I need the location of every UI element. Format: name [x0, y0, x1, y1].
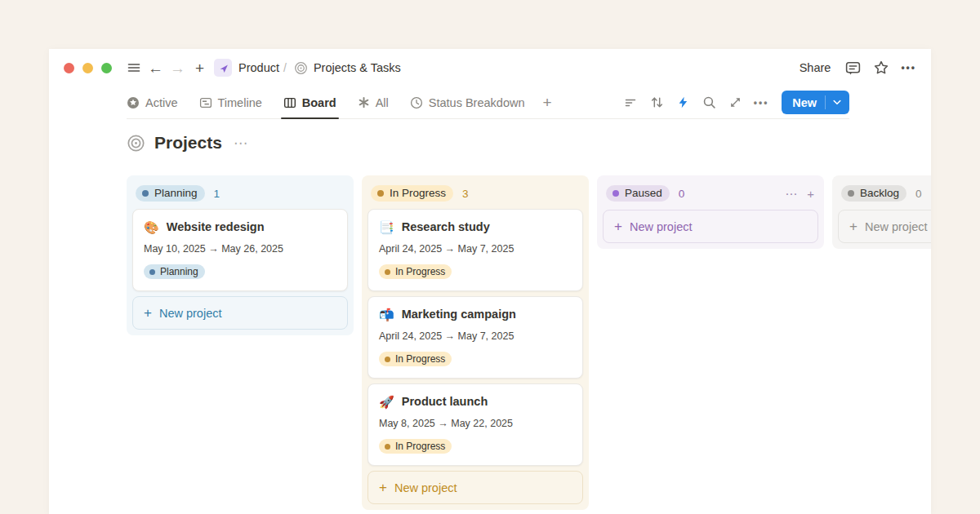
card-status-tag-label: In Progress — [395, 441, 445, 452]
comment-icon — [844, 60, 862, 77]
card-status-tag-label: Planning — [160, 266, 198, 277]
new-button[interactable]: New — [782, 91, 849, 114]
nav-forward-button[interactable]: → — [167, 57, 189, 79]
search-icon — [702, 95, 716, 109]
filter-icon — [624, 96, 637, 109]
card-status-tag: Planning — [144, 264, 205, 279]
column-actions: ⋯+ — [785, 188, 814, 200]
new-project-button[interactable]: +New project — [368, 471, 583, 504]
new-project-label: New project — [630, 220, 693, 233]
expand-button[interactable] — [724, 92, 746, 113]
cursor-arrow-icon — [218, 63, 229, 73]
add-view-button[interactable]: + — [542, 94, 551, 112]
sort-icon — [650, 95, 664, 109]
comments-button[interactable] — [844, 60, 862, 77]
card-emoji-icon: 🎨 — [144, 221, 159, 233]
page-title: Projects — [154, 133, 222, 153]
close-window-button[interactable] — [64, 63, 74, 73]
card-date-range: April 24, 2025 → May 7, 2025 — [379, 243, 572, 255]
workspace-icon — [214, 59, 232, 77]
window-controls — [64, 63, 112, 73]
timeline-icon — [199, 96, 212, 109]
view-controls: ••• New — [620, 91, 849, 114]
zoom-window-button[interactable] — [101, 63, 112, 73]
sort-button[interactable] — [646, 92, 667, 113]
column-more-button[interactable]: ⋯ — [785, 188, 797, 200]
plus-icon: + — [195, 60, 204, 76]
status-dot-icon — [848, 190, 854, 197]
breadcrumb-separator: / — [283, 61, 287, 74]
card-status-tag-label: In Progress — [395, 266, 445, 277]
breadcrumb-page[interactable]: Projects & Tasks — [294, 61, 401, 75]
chevron-down-icon[interactable] — [826, 100, 849, 105]
status-pill[interactable]: Planning — [136, 185, 205, 202]
tab-all[interactable]: All — [358, 86, 389, 118]
project-card[interactable]: 📑Research studyApril 24, 2025 → May 7, 2… — [368, 209, 583, 291]
view-tabs-bar: ActiveTimelineBoardAllStatus Breakdown +… — [127, 86, 849, 119]
new-project-label: New project — [159, 307, 222, 320]
plus-icon: + — [614, 219, 622, 233]
status-dot-icon — [385, 357, 390, 362]
nav-back-button[interactable]: ← — [145, 57, 167, 79]
tab-timeline[interactable]: Timeline — [199, 86, 262, 118]
column-add-button[interactable]: + — [807, 188, 814, 200]
target-icon — [127, 134, 145, 153]
card-date-range: May 10, 2025 → May 26, 2025 — [144, 243, 336, 255]
card-date-range: May 8, 2025 → May 22, 2025 — [379, 418, 572, 429]
page-title-menu-button[interactable]: ⋯ — [234, 135, 247, 152]
tab-label: Active — [145, 96, 178, 109]
search-button[interactable] — [698, 92, 719, 113]
card-title: Marketing campaign — [402, 308, 516, 321]
tab-status-breakdown[interactable]: Status Breakdown — [410, 86, 525, 118]
view-more-button[interactable]: ••• — [751, 92, 772, 113]
share-button[interactable]: Share — [800, 61, 831, 74]
board-column-backlog: Backlog0+New project — [832, 175, 931, 249]
asterisk-icon — [358, 96, 370, 109]
column-count: 0 — [679, 188, 685, 200]
plus-icon: + — [144, 306, 152, 320]
hamburger-icon — [127, 60, 141, 75]
automations-button[interactable] — [672, 92, 693, 113]
tab-label: Status Breakdown — [429, 96, 525, 109]
page-title-row: Projects ⋯ — [127, 133, 931, 153]
board-icon — [283, 96, 296, 109]
new-project-button[interactable]: +New project — [838, 210, 931, 243]
clock-icon — [410, 96, 423, 109]
breadcrumb-page-label: Projects & Tasks — [314, 61, 401, 74]
column-header: Planning1 — [132, 181, 348, 209]
app-window: ← → + Product / Projects & Tasks Share •… — [49, 49, 931, 514]
new-project-button[interactable]: +New project — [603, 210, 818, 243]
status-pill[interactable]: Paused — [606, 185, 670, 202]
project-card[interactable]: 📬Marketing campaignApril 24, 2025 → May … — [368, 296, 583, 379]
new-project-button[interactable]: +New project — [132, 296, 348, 330]
breadcrumb-workspace[interactable]: Product — [238, 61, 279, 74]
new-project-label: New project — [394, 481, 457, 494]
new-page-button[interactable]: + — [189, 57, 211, 79]
card-status-tag: In Progress — [379, 439, 452, 454]
column-header: In Progress3 — [368, 181, 583, 209]
status-dot-icon — [142, 190, 149, 197]
tab-active[interactable]: Active — [127, 86, 178, 118]
status-pill[interactable]: In Progress — [371, 185, 453, 202]
status-dot-icon — [385, 444, 390, 450]
status-pill[interactable]: Backlog — [841, 185, 906, 202]
new-button-label: New — [782, 96, 825, 109]
minimize-window-button[interactable] — [82, 63, 93, 73]
project-card[interactable]: 🎨Website redesignMay 10, 2025 → May 26, … — [132, 209, 348, 291]
tab-board[interactable]: Board — [283, 86, 336, 118]
sidebar-toggle-button[interactable] — [122, 57, 145, 79]
status-pill-label: Planning — [154, 187, 198, 199]
card-status-tag: In Progress — [379, 264, 452, 279]
tab-label: All — [376, 96, 389, 109]
board-column-paused: Paused0⋯++New project — [597, 175, 824, 249]
column-header: Paused0⋯+ — [603, 181, 818, 209]
expand-arrows-icon — [729, 96, 742, 109]
column-count: 0 — [915, 188, 922, 200]
card-title: Product launch — [402, 395, 488, 408]
status-dot-icon — [612, 190, 619, 197]
project-card[interactable]: 🚀Product launchMay 8, 2025 → May 22, 202… — [368, 383, 583, 466]
star-icon — [873, 60, 889, 76]
favorite-button[interactable] — [873, 60, 889, 76]
filter-button[interactable] — [620, 92, 641, 113]
more-options-button[interactable]: ••• — [901, 62, 916, 73]
